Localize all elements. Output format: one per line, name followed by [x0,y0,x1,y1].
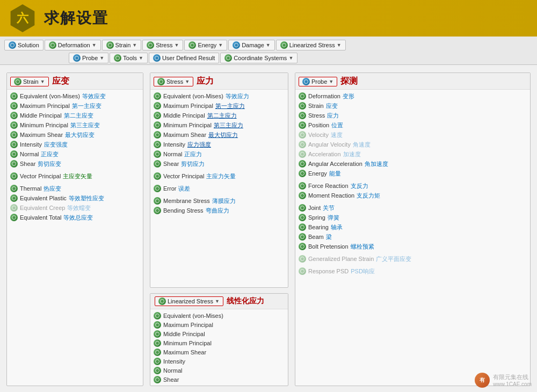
list-item[interactable]: Strain 应变 [297,101,528,111]
list-item[interactable]: Intensity 应变强度 [9,140,141,149]
list-item[interactable]: Vector Principal 主应力矢量 [153,171,286,181]
item-icon [299,141,306,148]
list-item[interactable]: Bearing 轴承 [297,222,528,232]
list-item[interactable]: Spring 弹簧 [297,213,528,222]
item-icon [299,170,306,177]
linearized-list: Equivalent (von-Mises) Maximum Principal… [150,309,288,386]
list-item[interactable]: Energy 能量 [297,169,528,178]
list-item[interactable]: Minimum Principal [153,338,286,347]
list-item[interactable]: Force Reaction 支反力 [297,181,528,191]
toolbar-user-defined-btn[interactable]: User Defined Result [149,53,219,63]
strain-panel-header: Strain ▼ 应变 [7,73,143,90]
toolbar-stress-label: Stress [156,42,172,48]
user-defined-icon-tb [153,54,161,62]
toolbar-damage-btn[interactable]: Damage ▼ [228,40,275,50]
list-item: Acceleration 加速度 [297,149,528,159]
list-item[interactable]: Middle Principal 第二主应力 [153,111,286,120]
list-item[interactable]: Maximum Principal 第一主应变 [9,101,141,111]
list-item[interactable]: Stress 应力 [297,111,528,120]
list-item[interactable]: Maximum Principal [153,320,286,329]
list-item[interactable]: Normal 正应变 [9,149,141,159]
toolbar-probe-btn[interactable]: Probe ▼ [69,53,108,63]
coordinate-arrow-icon: ▼ [288,55,293,61]
toolbar-probe-label: Probe [82,55,98,61]
probe-column: Probe ▼ 探测 Deformation 变形 Strain 应变 [295,72,531,386]
toolbar-tools-btn[interactable]: Tools ▼ [110,53,148,63]
item-icon [299,233,306,241]
toolbar-deformation-btn[interactable]: Deformation ▼ [45,40,101,50]
linearized-stress-btn[interactable]: Linearized Stress ▼ [155,296,223,306]
list-item[interactable]: Bending Stress 弯曲应力 [153,206,286,215]
list-item[interactable]: Deformation 变形 [297,91,528,101]
list-item[interactable]: Thermal 热应变 [9,184,141,193]
strain-btn-label: Strain [23,78,39,85]
list-item[interactable]: Angular Acceleration 角加速度 [297,159,528,169]
list-item[interactable]: Equivalent Total 等效总应变 [9,213,141,222]
list-item[interactable]: Middle Principal 第二主应变 [9,111,141,120]
list-item[interactable]: Intensity [153,357,286,366]
list-item[interactable]: Minimum Principal 第三主应力 [153,120,286,130]
list-item[interactable]: Equivalent (von-Mises) [153,311,286,320]
linearized-arrow-icon: ▼ [337,42,342,48]
list-item[interactable]: Maximum Principal 第一主应力 [153,101,286,111]
item-icon [10,112,18,119]
toolbar-stress-btn[interactable]: Stress ▼ [142,40,183,50]
item-icon [154,358,161,365]
toolbar-strain-label: Strain [115,42,131,48]
list-item[interactable]: Position 位置 [297,120,528,130]
list-item[interactable]: Equivalent (von-Mises) 等效应力 [153,91,286,101]
item-icon [10,185,18,192]
toolbar-coordinate-btn[interactable]: Coordinate Systems ▼ [220,53,297,63]
stress-icon [157,78,165,85]
probe-panel: Probe ▼ 探测 Deformation 变形 Strain 应变 [295,72,531,386]
list-item[interactable]: Shear [153,375,286,384]
item-icon [299,102,306,110]
strain-title-cn: 应变 [52,76,69,87]
toolbar-energy-btn[interactable]: Energy ▼ [184,40,227,50]
list-item[interactable]: Maximum Shear [153,347,286,357]
list-item[interactable]: Shear 剪切应力 [153,159,286,169]
list-item[interactable]: Intensity 应力强度 [153,140,286,149]
list-item[interactable]: Beam 梁 [297,232,528,242]
toolbar-row-2: Probe ▼ Tools ▼ User Defined Result Coor… [4,52,533,64]
list-item[interactable]: Equivalent (von-Mises) 等效应变 [9,91,141,101]
list-item[interactable]: Joint 关节 [297,203,528,213]
main-content: Strain ▼ 应变 Equivalent (von-Mises) 等效应变 … [0,65,537,390]
toolbar-solution-btn[interactable]: Solution [4,40,43,50]
list-item[interactable]: Bolt Pretension 螺栓预紧 [297,242,528,251]
toolbar-linearized-btn[interactable]: Linearized Stress ▼ [276,40,346,50]
tools-arrow-icon: ▼ [139,55,143,61]
watermark-logo: 有 [475,373,490,388]
probe-panel-btn[interactable]: Probe ▼ [299,77,337,86]
toolbar-coordinate-label: Coordinate Systems [234,55,287,61]
linearized-stress-panel: Linearized Stress ▼ 线性化应力 Equivalent (vo… [150,293,288,386]
list-item[interactable]: Error 误差 [153,184,286,193]
list-item[interactable]: Normal [153,366,286,375]
toolbar-strain-btn[interactable]: Strain ▼ [102,40,142,50]
list-item[interactable]: Minimum Principal 第三主应变 [9,120,141,130]
toolbar: Solution Deformation ▼ Strain ▼ Stress ▼… [0,37,537,65]
list-item[interactable]: Equivalent Plastic 等效塑性应变 [9,193,141,203]
item-icon [299,92,306,100]
probe-title-cn: 探测 [340,76,358,87]
list-item[interactable]: Normal 正应力 [153,149,286,159]
list-item[interactable]: Vector Principal 主应变矢量 [9,171,141,181]
probe-arrow-icon: ▼ [99,55,104,61]
item-icon [154,349,161,356]
list-item[interactable]: Membrane Stress 薄膜应力 [153,196,286,206]
item-icon [154,160,161,168]
list-item[interactable]: Moment Reaction 支反力矩 [297,191,528,200]
stress-icon-tb [147,41,154,49]
list-item[interactable]: Shear 剪切应变 [9,159,141,169]
linearized-icon-tb [280,41,288,49]
strain-icon-tb [106,41,114,49]
item-icon [154,330,161,338]
list-item[interactable]: Maximum Shear 最大切应变 [9,130,141,140]
list-item[interactable]: Maximum Shear 最大切应力 [153,130,286,140]
stress-panel-btn[interactable]: Stress ▼ [154,77,193,86]
strain-panel-btn[interactable]: Strain ▼ [10,77,49,86]
item-icon [299,223,306,231]
item-icon [299,192,306,199]
page-title: 求解设置 [44,8,108,28]
list-item[interactable]: Middle Principal [153,329,286,338]
